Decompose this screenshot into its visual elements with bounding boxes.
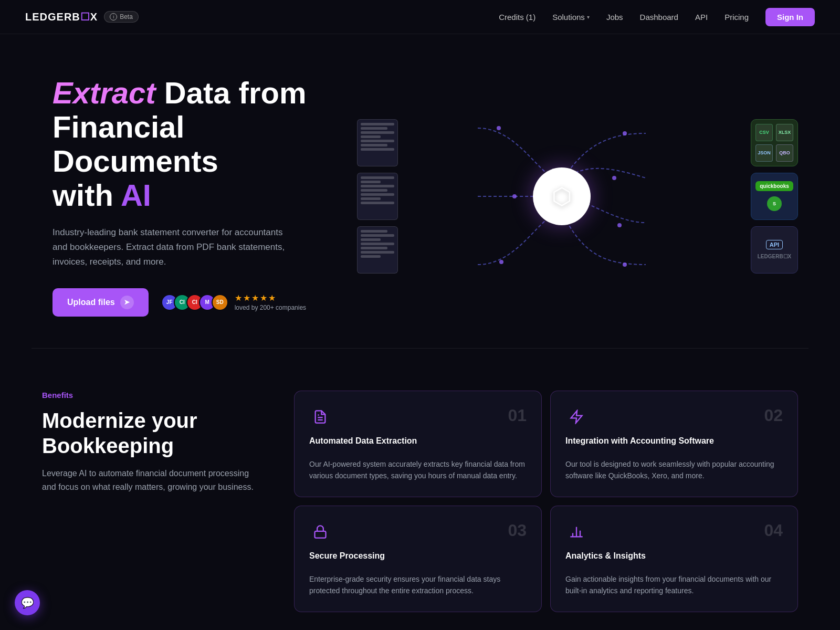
card-description: Gain actionable insights from your finan… (565, 573, 783, 597)
lock-icon (309, 521, 331, 543)
navigation: LEDGERB☐X i Beta Credits (1) Solutions ▾… (0, 0, 840, 34)
svg-point-0 (497, 126, 501, 130)
benefits-section: Benefits Modernize your Bookkeeping Leve… (0, 349, 840, 630)
social-proof: JF CI CI M SD ★★★★★ loved by 200+ compan… (161, 293, 306, 311)
quickbooks-card: quickbooks S (751, 173, 798, 220)
document-card (357, 173, 398, 220)
benefits-description: Leverage AI to automate financial docume… (42, 467, 262, 494)
output-column: CSV XLSX JSON QBO quickbooks S API LEDGE… (751, 119, 798, 274)
doc-line (361, 148, 394, 151)
document-column (357, 119, 398, 274)
card-title: Secure Processing (309, 551, 527, 561)
svg-point-1 (512, 194, 517, 198)
signin-button[interactable]: Sign In (765, 8, 815, 26)
doc-line (361, 144, 387, 146)
benefit-card-03: 03 Secure Processing Enterprise-grade se… (294, 506, 542, 612)
card-top: 04 (565, 521, 783, 543)
api-card: API LEDGERB☐X (751, 226, 798, 274)
cube-icon: ⬡ (552, 183, 572, 209)
hero-title-line3-pre: with (52, 178, 121, 212)
card-top: 01 (309, 406, 527, 428)
doc-line (361, 123, 394, 125)
csv-tag: CSV (755, 124, 773, 141)
center-cube: ⬡ (533, 167, 591, 225)
doc-line (361, 127, 387, 130)
hero-visual: ⬡ CSV XLSX JSON QBO quickbooks S (326, 86, 798, 307)
card-number: 03 (508, 521, 527, 540)
svg-point-2 (499, 260, 503, 264)
beta-label: Beta (120, 13, 133, 20)
qbo-tag: QBO (776, 144, 793, 162)
doc-line (361, 255, 381, 258)
nav-api[interactable]: API (695, 13, 708, 22)
xlsx-tag: XLSX (776, 124, 793, 141)
chart-icon (565, 521, 587, 543)
document-icon (309, 406, 331, 428)
chat-icon: 💬 (21, 596, 34, 609)
doc-line (361, 238, 381, 241)
nav-pricing[interactable]: Pricing (724, 13, 749, 22)
avatar-group: JF CI CI M SD (161, 294, 228, 311)
doc-line (361, 185, 394, 187)
benefit-card-04: 04 Analytics & Insights Gain actionable … (550, 506, 798, 612)
nav-links: Credits (1) Solutions ▾ Jobs Dashboard A… (499, 8, 815, 26)
api-label: LEDGERB☐X (758, 254, 792, 259)
beta-badge: i Beta (104, 11, 139, 23)
svg-point-4 (612, 176, 616, 180)
hero-title-rest1: Data from (156, 76, 307, 110)
benefits-title: Modernize your Bookkeeping (42, 408, 262, 458)
doc-line (361, 202, 394, 204)
doc-line (361, 181, 381, 183)
benefits-left: Benefits Modernize your Bookkeeping Leve… (42, 391, 262, 612)
card-number: 01 (508, 406, 527, 425)
json-tag: JSON (755, 144, 773, 162)
info-icon: i (110, 13, 117, 20)
chat-widget[interactable]: 💬 (15, 590, 40, 615)
doc-line (361, 243, 394, 245)
card-description: Our AI-powered system accurately extract… (309, 458, 527, 482)
lightning-icon (565, 406, 587, 428)
card-title: Automated Data Extraction (309, 436, 527, 446)
hero-description: Industry-leading bank statement converte… (52, 225, 299, 269)
document-card (357, 119, 398, 166)
loved-text: loved by 200+ companies (235, 304, 306, 311)
doc-line (361, 197, 381, 200)
card-description: Our tool is designed to work seamlessly … (565, 458, 783, 482)
doc-line (361, 193, 394, 196)
upload-label: Upload files (67, 298, 115, 307)
chevron-down-icon: ▾ (587, 14, 590, 20)
upload-button[interactable]: Upload files ➤ (52, 288, 149, 317)
logo[interactable]: LEDGERB☐X (25, 10, 98, 23)
benefits-tag: Benefits (42, 391, 262, 400)
card-top: 02 (565, 406, 783, 428)
doc-line (361, 234, 394, 237)
svg-marker-9 (571, 411, 582, 423)
nav-left: LEDGERB☐X i Beta (25, 10, 139, 23)
card-title: Analytics & Insights (565, 551, 783, 561)
card-number: 04 (764, 521, 783, 540)
hero-ai: AI (121, 178, 151, 212)
avatar: SD (212, 294, 228, 311)
arrow-icon: ➤ (120, 296, 134, 309)
hero-extract: Extract (52, 76, 156, 110)
card-title: Integration with Accounting Software (565, 436, 783, 446)
doc-line (361, 176, 394, 179)
doc-line (361, 135, 381, 138)
nav-dashboard[interactable]: Dashboard (640, 13, 678, 22)
hero-section: Extract Data from Financial Documents wi… (0, 34, 840, 348)
doc-line (361, 189, 387, 192)
svg-point-6 (623, 262, 627, 267)
document-card (357, 226, 398, 274)
card-top: 03 (309, 521, 527, 543)
nav-credits[interactable]: Credits (1) (499, 13, 536, 22)
svg-point-3 (623, 131, 627, 135)
nav-solutions[interactable]: Solutions ▾ (552, 13, 590, 22)
benefit-card-02: 02 Integration with Accounting Software … (550, 391, 798, 497)
doc-line (361, 131, 394, 134)
nav-jobs[interactable]: Jobs (606, 13, 623, 22)
quickbooks-logo: quickbooks (755, 181, 793, 191)
benefits-cards: 01 Automated Data Extraction Our AI-powe… (294, 391, 798, 612)
doc-line (361, 140, 394, 142)
doc-line (361, 251, 394, 254)
card-number: 02 (764, 406, 783, 425)
